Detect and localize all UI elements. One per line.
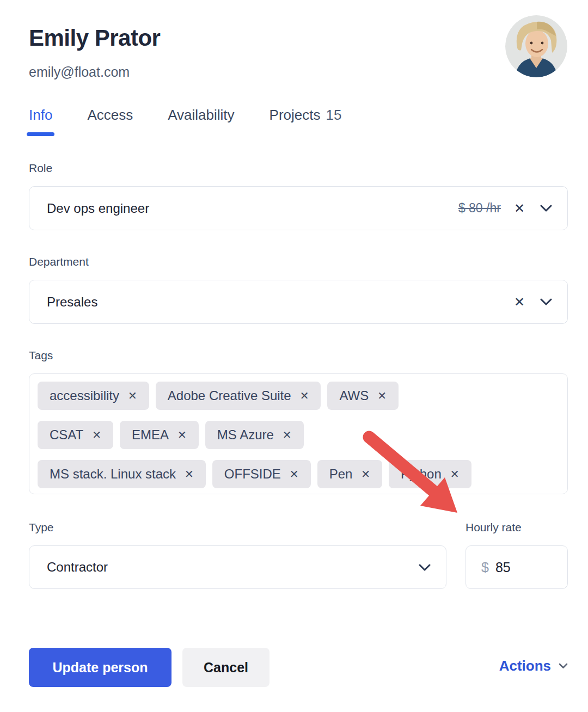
remove-tag-icon[interactable]: ✕ [177,429,187,440]
cancel-button[interactable]: Cancel [182,648,270,687]
tab-access[interactable]: Access [87,106,133,124]
avatar [505,15,567,77]
remove-tag-icon[interactable]: ✕ [450,469,460,480]
page-title: Emily Prator [29,25,160,51]
tag-chip[interactable]: Python✕ [389,460,471,488]
tag-label: accessibility [50,388,119,403]
tag-row: accessibility✕Adobe Creative Suite✕AWS✕ [38,382,559,410]
chevron-down-icon[interactable] [540,298,552,305]
clear-department-icon[interactable]: ✕ [514,296,525,309]
department-select[interactable]: Presales ✕ [29,280,568,324]
tag-chip[interactable]: OFFSIDE✕ [212,460,311,488]
tag-chip[interactable]: CSAT✕ [38,421,113,449]
tag-label: CSAT [50,427,83,443]
clear-role-icon[interactable]: ✕ [514,202,525,215]
remove-tag-icon[interactable]: ✕ [283,429,292,440]
remove-tag-icon[interactable]: ✕ [185,469,194,480]
person-email: emily@float.com [29,64,130,80]
hourly-rate-label: Hourly rate [465,521,522,534]
tag-chip[interactable]: EMEA✕ [120,421,199,449]
remove-tag-icon[interactable]: ✕ [377,390,387,401]
tag-chip[interactable]: MS stack. Linux stack✕ [38,460,206,488]
role-old-rate: $ 80 /hr [458,201,501,216]
currency-symbol: $ [481,560,489,575]
tag-label: OFFSIDE [224,467,281,482]
tag-label: MS stack. Linux stack [50,467,176,482]
type-value: Contractor [29,560,419,575]
tag-row: MS stack. Linux stack✕OFFSIDE✕Pen✕Python… [38,460,559,488]
tag-chip[interactable]: MS Azure✕ [205,421,304,449]
chevron-down-icon [559,663,568,669]
tag-label: Python [401,467,442,482]
person-edit-modal: Emily Prator emily@float.com Info Ac [0,0,588,712]
tab-info[interactable]: Info [29,106,52,124]
tag-chip[interactable]: Adobe Creative Suite✕ [156,382,321,410]
tags-container[interactable]: accessibility✕Adobe Creative Suite✕AWS✕ … [29,373,568,494]
hourly-rate-value: 85 [495,560,511,575]
tags-label: Tags [29,349,53,362]
tag-label: MS Azure [217,427,274,443]
projects-count-badge: 15 [326,107,341,123]
chevron-down-icon[interactable] [540,205,552,212]
tag-row: CSAT✕EMEA✕MS Azure✕ [38,421,559,449]
tag-label: Pen [329,467,353,482]
remove-tag-icon[interactable]: ✕ [92,429,101,440]
chevron-down-icon[interactable] [419,564,431,571]
tab-projects[interactable]: Projects15 [270,106,342,124]
role-label: Role [29,162,52,175]
tag-label: Adobe Creative Suite [168,388,291,403]
tag-chip[interactable]: Pen✕ [317,460,382,488]
tab-availability-label: Availability [168,107,234,123]
tag-chip[interactable]: AWS✕ [327,382,399,410]
tab-availability[interactable]: Availability [168,106,234,124]
actions-label: Actions [499,658,551,674]
remove-tag-icon[interactable]: ✕ [361,469,370,480]
tab-info-label: Info [29,107,52,123]
role-select[interactable]: Dev ops engineer $ 80 /hr ✕ [29,186,568,230]
department-value: Presales [29,294,514,310]
tag-chip[interactable]: accessibility✕ [38,382,149,410]
remove-tag-icon[interactable]: ✕ [300,390,309,401]
tab-projects-label: Projects [270,107,321,123]
update-person-button[interactable]: Update person [29,648,171,687]
tab-bar: Info Access Availability Projects15 [29,106,341,124]
type-select[interactable]: Contractor [29,545,446,589]
avatar-image [505,15,567,77]
role-value: Dev ops engineer [29,201,458,216]
update-person-label: Update person [52,660,148,676]
remove-tag-icon[interactable]: ✕ [290,469,299,480]
department-label: Department [29,255,89,268]
cancel-label: Cancel [204,660,248,676]
tag-label: EMEA [132,427,169,443]
tab-access-label: Access [87,107,133,123]
type-label: Type [29,521,54,534]
tag-label: AWS [339,388,369,403]
actions-menu[interactable]: Actions [499,658,568,674]
remove-tag-icon[interactable]: ✕ [128,390,137,401]
hourly-rate-input[interactable]: $ 85 [465,545,568,589]
